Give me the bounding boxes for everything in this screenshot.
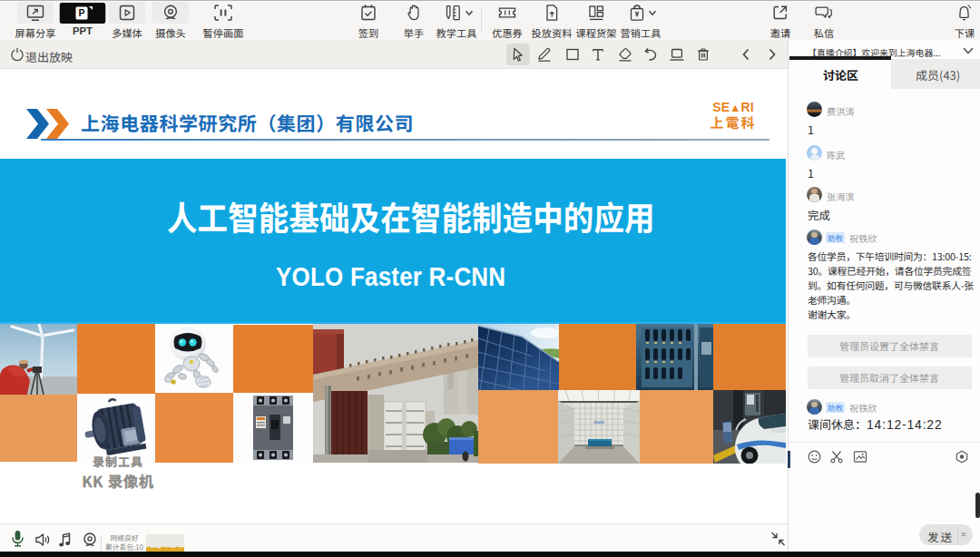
svg-text:P: P <box>78 7 84 18</box>
svg-text:SEARI: SEARI <box>593 420 604 425</box>
